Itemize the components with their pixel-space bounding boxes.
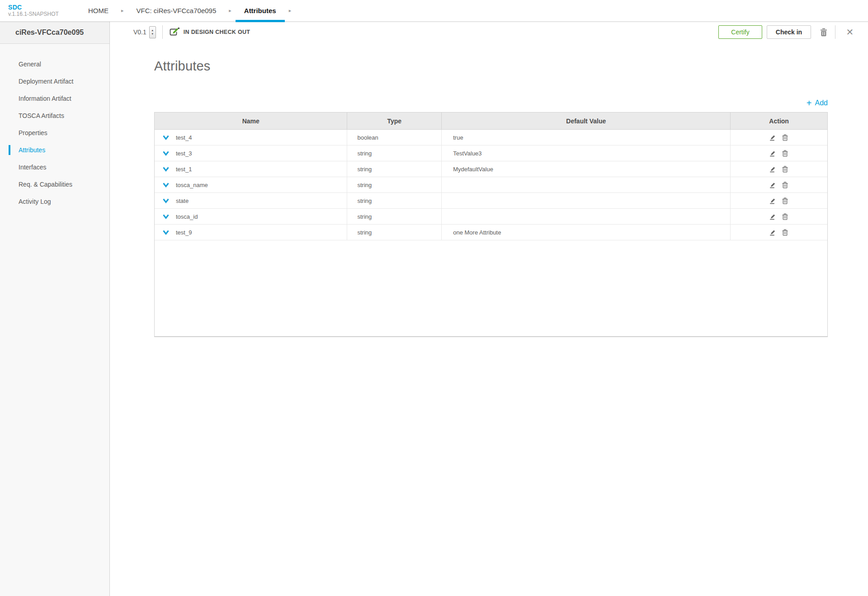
lifecycle-status-text: IN DESIGN CHECK OUT bbox=[184, 29, 250, 35]
chevron-down-icon[interactable] bbox=[162, 150, 170, 157]
plus-icon: + bbox=[807, 99, 812, 107]
edit-icon[interactable] bbox=[769, 165, 777, 173]
lifecycle-status: IN DESIGN CHECK OUT bbox=[169, 28, 250, 37]
edit-icon[interactable] bbox=[769, 134, 777, 141]
attribute-default-value: MydefaultValue bbox=[442, 161, 731, 177]
attribute-default-value bbox=[442, 193, 731, 208]
breadcrumb-arrow-icon: ▸ bbox=[289, 8, 292, 14]
edit-icon[interactable] bbox=[769, 213, 777, 220]
attribute-type: string bbox=[347, 193, 442, 208]
toolbar-divider bbox=[162, 25, 163, 39]
sidebar-item-activity-log[interactable]: Activity Log bbox=[0, 193, 109, 210]
attribute-default-value: TestValue3 bbox=[442, 145, 731, 161]
delete-icon[interactable] bbox=[782, 181, 789, 188]
breadcrumb: HOME ▸ VFC: ciRes-VFCca70e095 ▸ Attribut… bbox=[88, 0, 304, 22]
table-row: test_4 boolean true bbox=[155, 130, 827, 145]
breadcrumb-arrow-icon: ▸ bbox=[121, 8, 124, 14]
attribute-default-value bbox=[442, 177, 731, 192]
column-header-name: Name bbox=[155, 113, 347, 129]
sidebar-item-interfaces[interactable]: Interfaces bbox=[0, 159, 109, 176]
table-row: tosca_name string bbox=[155, 177, 827, 193]
checkin-button[interactable]: Check in bbox=[767, 25, 811, 39]
attribute-type: boolean bbox=[347, 130, 442, 145]
sidebar-item-information-artifact[interactable]: Information Artifact bbox=[0, 90, 109, 107]
spinner-down-icon: ▼ bbox=[151, 33, 154, 35]
top-nav: SDC v.1.16.1-SNAPSHOT HOME ▸ VFC: ciRes-… bbox=[0, 0, 868, 22]
attribute-name: test_4 bbox=[176, 134, 192, 141]
checkout-icon bbox=[169, 28, 179, 37]
sidebar-resource-title: ciRes-VFCca70e095 bbox=[0, 22, 109, 44]
column-header-action: Action bbox=[731, 113, 827, 129]
table-row: tosca_id string bbox=[155, 209, 827, 225]
delete-icon[interactable] bbox=[782, 165, 789, 173]
workspace-toolbar: V0.1 ▲ ▼ IN DESIGN CHECK OUT Certify Che… bbox=[110, 22, 868, 42]
attributes-table: Name Type Default Value Action test_4 bo… bbox=[154, 112, 828, 337]
chevron-down-icon[interactable] bbox=[162, 134, 170, 141]
table-row: test_3 string TestValue3 bbox=[155, 145, 827, 161]
toolbar-actions: Certify Check in ✕ bbox=[718, 25, 857, 39]
table-row: state string bbox=[155, 193, 827, 209]
sdc-logo[interactable]: SDC v.1.16.1-SNAPSHOT bbox=[0, 4, 88, 17]
attribute-name: tosca_name bbox=[176, 182, 208, 188]
sdc-version: v.1.16.1-SNAPSHOT bbox=[8, 11, 88, 17]
toolbar-divider bbox=[835, 25, 835, 39]
edit-icon[interactable] bbox=[769, 150, 777, 157]
version-selector[interactable]: ▲ ▼ bbox=[149, 26, 156, 38]
table-row: test_9 string one More Attribute bbox=[155, 225, 827, 240]
attribute-name: test_1 bbox=[176, 166, 192, 173]
attribute-type: string bbox=[347, 209, 442, 224]
delete-resource-icon[interactable] bbox=[820, 28, 828, 37]
attribute-name: state bbox=[176, 197, 189, 204]
chevron-down-icon[interactable] bbox=[162, 229, 170, 236]
chevron-down-icon[interactable] bbox=[162, 181, 170, 188]
delete-icon[interactable] bbox=[782, 134, 789, 141]
edit-icon[interactable] bbox=[769, 197, 777, 204]
chevron-down-icon[interactable] bbox=[162, 165, 170, 173]
column-header-default: Default Value bbox=[442, 113, 731, 129]
sdc-logo-title: SDC bbox=[8, 4, 88, 11]
attribute-type: string bbox=[347, 177, 442, 192]
attribute-type: string bbox=[347, 145, 442, 161]
table-row: test_1 string MydefaultValue bbox=[155, 161, 827, 177]
sidebar-item-properties[interactable]: Properties bbox=[0, 124, 109, 141]
edit-icon[interactable] bbox=[769, 229, 777, 236]
close-icon[interactable]: ✕ bbox=[843, 28, 857, 37]
table-header-row: Name Type Default Value Action bbox=[155, 113, 827, 130]
delete-icon[interactable] bbox=[782, 213, 789, 220]
attribute-name: test_9 bbox=[176, 229, 192, 236]
table-body: test_4 boolean true bbox=[155, 130, 827, 240]
sidebar-menu: GeneralDeployment ArtifactInformation Ar… bbox=[0, 44, 109, 210]
sidebar: ciRes-VFCca70e095 GeneralDeployment Arti… bbox=[0, 22, 110, 596]
delete-icon[interactable] bbox=[782, 197, 789, 204]
page-title: Attributes bbox=[154, 59, 828, 74]
sidebar-item-attributes[interactable]: Attributes bbox=[0, 141, 109, 159]
attribute-default-value bbox=[442, 209, 731, 224]
attribute-type: string bbox=[347, 161, 442, 177]
breadcrumb-item-attributes[interactable]: Attributes bbox=[244, 0, 276, 22]
attribute-default-value: true bbox=[442, 130, 731, 145]
sidebar-item-req-capabilities[interactable]: Req. & Capabilities bbox=[0, 176, 109, 193]
certify-button[interactable]: Certify bbox=[718, 25, 762, 39]
main-panel: Attributes + Add Name Type Default Value… bbox=[110, 59, 868, 337]
breadcrumb-item-home[interactable]: HOME bbox=[88, 0, 108, 22]
attribute-name: tosca_id bbox=[176, 213, 198, 220]
breadcrumb-item-vfc-cires-vfcca70e095[interactable]: VFC: ciRes-VFCca70e095 bbox=[137, 0, 217, 22]
delete-icon[interactable] bbox=[782, 229, 789, 236]
sidebar-item-tosca-artifacts[interactable]: TOSCA Artifacts bbox=[0, 107, 109, 124]
version-label: V0.1 bbox=[133, 28, 146, 36]
attribute-name: test_3 bbox=[176, 150, 192, 157]
chevron-down-icon[interactable] bbox=[162, 213, 170, 220]
column-header-type: Type bbox=[347, 113, 442, 129]
attribute-type: string bbox=[347, 225, 442, 240]
add-attribute-button[interactable]: + Add bbox=[807, 99, 828, 107]
content-area: V0.1 ▲ ▼ IN DESIGN CHECK OUT Certify Che… bbox=[110, 22, 868, 596]
spinner-up-icon: ▲ bbox=[151, 29, 154, 32]
breadcrumb-arrow-icon: ▸ bbox=[229, 8, 231, 14]
attribute-default-value: one More Attribute bbox=[442, 225, 731, 240]
delete-icon[interactable] bbox=[782, 150, 789, 157]
sidebar-item-general[interactable]: General bbox=[0, 56, 109, 73]
sidebar-item-deployment-artifact[interactable]: Deployment Artifact bbox=[0, 73, 109, 90]
chevron-down-icon[interactable] bbox=[162, 197, 170, 204]
edit-icon[interactable] bbox=[769, 181, 777, 188]
